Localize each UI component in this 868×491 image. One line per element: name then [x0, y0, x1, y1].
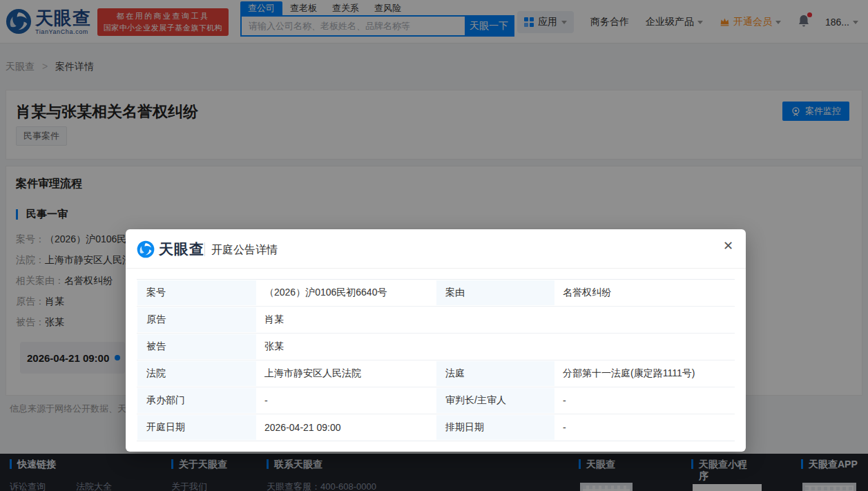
divider: [204, 242, 205, 256]
row-value: 2026-04-21 09:00: [257, 414, 436, 441]
row-value: 名誉权纠纷: [555, 280, 735, 306]
table-row: 法院 上海市静安区人民法院 法庭 分部第十一法庭(康定路1111号): [137, 360, 735, 387]
row-value: -: [257, 387, 436, 414]
table-row: 原告 肖某: [137, 307, 735, 334]
row-label: 法庭: [436, 360, 555, 387]
row-label: 被告: [137, 334, 257, 360]
row-label: 案号: [137, 280, 257, 306]
row-label: 审判长/主审人: [436, 387, 555, 414]
row-value: 肖某: [257, 307, 735, 333]
table-row: 承办部门 - 审判长/主审人 -: [137, 387, 735, 414]
row-value: 分部第十一法庭(康定路1111号): [555, 360, 735, 387]
modal-logo: 天眼查: [137, 240, 204, 259]
row-value: -: [555, 414, 735, 441]
close-icon[interactable]: ✕: [723, 240, 733, 252]
tianyancha-logo-icon: [137, 240, 155, 258]
modal-header: 天眼查 开庭公告详情 ✕: [126, 229, 746, 269]
row-label: 法院: [137, 360, 257, 387]
table-row: 案号 （2026）沪0106民初6640号 案由 名誉权纠纷: [137, 280, 735, 307]
table-row: 被告 张某: [137, 334, 735, 360]
row-label: 案由: [436, 280, 555, 306]
modal-logo-name: 天眼查: [159, 240, 204, 259]
row-label: 开庭日期: [137, 414, 257, 441]
hearing-detail-table: 案号 （2026）沪0106民初6640号 案由 名誉权纠纷 原告 肖某 被告 …: [137, 279, 735, 441]
row-label: 原告: [137, 307, 257, 333]
row-value: -: [555, 387, 735, 414]
hearing-detail-modal: 天眼查 开庭公告详情 ✕ 案号 （2026）沪0106民初6640号 案由 名誉…: [126, 229, 746, 452]
table-row: 开庭日期 2026-04-21 09:00 排期日期 -: [137, 414, 735, 441]
modal-title: 开庭公告详情: [211, 243, 278, 258]
row-value: 张某: [257, 334, 735, 360]
row-value: （2026）沪0106民初6640号: [257, 280, 436, 306]
row-value: 上海市静安区人民法院: [257, 360, 436, 387]
row-label: 排期日期: [436, 414, 555, 441]
page: 天眼查 TianYanCha.com 都在用的商业查询工具 国家中小企业发展子基…: [0, 0, 868, 491]
row-label: 承办部门: [137, 387, 257, 414]
